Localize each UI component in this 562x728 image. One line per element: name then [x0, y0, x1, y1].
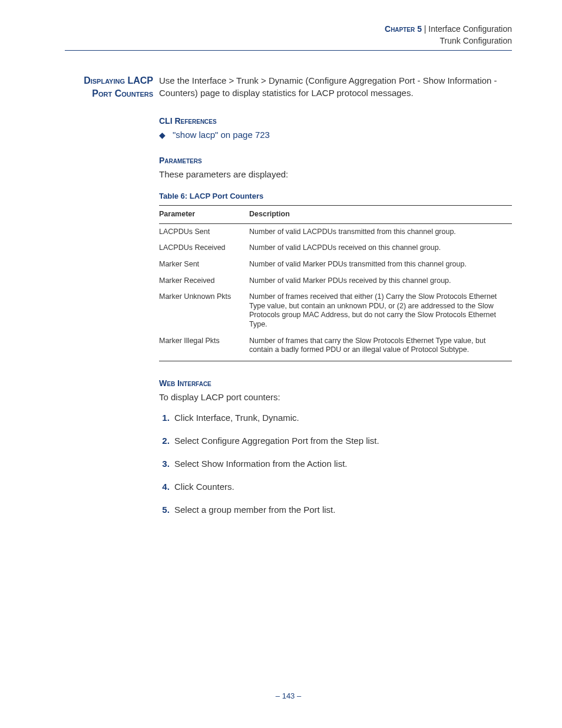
section-title: Trunk Configuration — [65, 35, 512, 47]
header-separator: | — [422, 24, 428, 34]
page-number: – 143 – — [65, 691, 512, 700]
cell-parameter: Marker Illegal Pkts — [159, 333, 249, 361]
cell-description: Number of frames that carry the Slow Pro… — [249, 333, 512, 361]
step-item: Click Counters. — [172, 480, 512, 493]
cell-parameter: Marker Sent — [159, 256, 249, 273]
parameters-intro: These parameters are displayed: — [159, 168, 512, 180]
col-header-description: Description — [249, 206, 512, 224]
chapter-title: Interface Configuration — [428, 24, 512, 34]
cell-parameter: Marker Unknown Pkts — [159, 289, 249, 333]
col-header-parameter: Parameter — [159, 206, 249, 224]
web-interface-heading: Web Interface — [159, 378, 512, 390]
table-row: LACPDUs SentNumber of valid LACPDUs tran… — [159, 223, 512, 240]
cell-description: Number of valid LACPDUs transmitted from… — [249, 223, 512, 240]
table-row: Marker Illegal PktsNumber of frames that… — [159, 333, 512, 361]
parameters-heading: Parameters — [159, 155, 512, 167]
chapter-label: Chapter 5 — [385, 24, 422, 34]
step-item: Select Configure Aggregation Port from t… — [172, 434, 512, 447]
table-caption: Table 6: LACP Port Counters — [159, 191, 512, 202]
cell-parameter: LACPDUs Received — [159, 240, 249, 256]
content-row: Displaying LACP Port Counters Use the In… — [65, 74, 512, 526]
step-item: Select a group member from the Port list… — [172, 503, 512, 516]
lacp-counters-table: Parameter Description LACPDUs SentNumber… — [159, 205, 512, 361]
header-rule — [65, 50, 512, 51]
cell-description: Number of frames received that either (1… — [249, 289, 512, 333]
table-row: LACPDUs ReceivedNumber of valid LACPDUs … — [159, 240, 512, 256]
table-row: Marker ReceivedNumber of valid Marker PD… — [159, 273, 512, 289]
side-heading-line1: Displaying LACP — [65, 74, 153, 87]
cell-description: Number of valid Marker PDUs received by … — [249, 273, 512, 289]
page-header: Chapter 5 | Interface Configuration Trun… — [65, 24, 512, 47]
page: Chapter 5 | Interface Configuration Trun… — [0, 0, 562, 724]
steps-list: Click Interface, Trunk, Dynamic.Select C… — [159, 411, 512, 516]
cli-references-heading: CLI References — [159, 116, 512, 127]
table-row: Marker Unknown PktsNumber of frames rece… — [159, 289, 512, 333]
side-heading-line2: Port Counters — [65, 87, 153, 100]
show-lacp-link[interactable]: "show lacp" on page 723 — [173, 129, 270, 141]
side-heading: Displaying LACP Port Counters — [65, 74, 159, 100]
step-item: Click Interface, Trunk, Dynamic. — [172, 411, 512, 424]
cell-description: Number of valid LACPDUs received on this… — [249, 240, 512, 256]
step-item: Select Show Information from the Action … — [172, 457, 512, 470]
cli-reference-item: ◆ "show lacp" on page 723 — [159, 129, 512, 141]
diamond-bullet-icon: ◆ — [159, 130, 166, 141]
cell-parameter: Marker Received — [159, 273, 249, 289]
table-header-row: Parameter Description — [159, 206, 512, 224]
cell-parameter: LACPDUs Sent — [159, 223, 249, 240]
web-interface-intro: To display LACP port counters: — [159, 391, 512, 403]
main-column: Use the Interface > Trunk > Dynamic (Con… — [159, 74, 512, 526]
intro-paragraph: Use the Interface > Trunk > Dynamic (Con… — [159, 74, 512, 99]
cell-description: Number of valid Marker PDUs transmitted … — [249, 256, 512, 273]
table-row: Marker SentNumber of valid Marker PDUs t… — [159, 256, 512, 273]
